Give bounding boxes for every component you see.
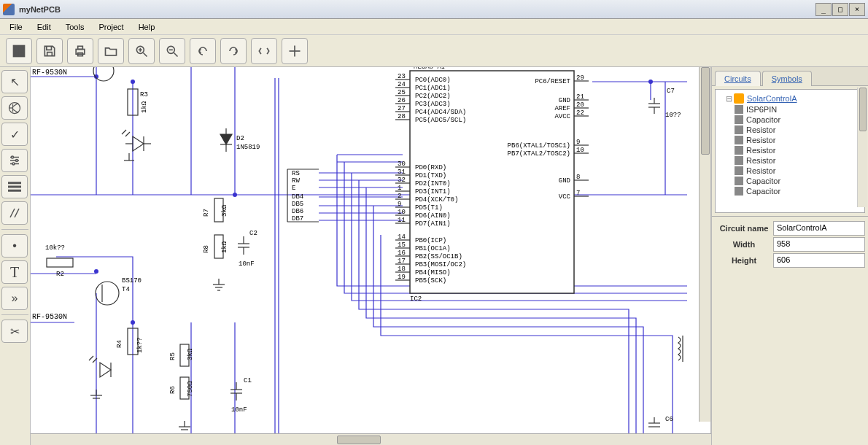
svg-line-20 bbox=[13, 109, 19, 113]
menu-project[interactable]: Project bbox=[93, 21, 128, 33]
tree-scrollbar[interactable] bbox=[857, 88, 867, 207]
prop-height-val[interactable]: 606 bbox=[773, 253, 865, 268]
undo-button[interactable] bbox=[190, 38, 216, 64]
bs170: BS170 bbox=[122, 277, 142, 285]
svg-text:26: 26 bbox=[398, 97, 406, 104]
r3-val: 1kΩ bbox=[141, 101, 148, 113]
prop-width-val[interactable]: 958 bbox=[773, 237, 865, 252]
maximize-button[interactable]: □ bbox=[832, 3, 848, 16]
tree-item-label: ISP6PIN bbox=[746, 105, 777, 114]
svg-rect-27 bbox=[8, 182, 21, 184]
svg-text:AVCC: AVCC bbox=[554, 113, 570, 120]
svg-text:PB3(MOSI/OC2): PB3(MOSI/OC2) bbox=[415, 261, 466, 268]
cut-tool[interactable]: ✂ bbox=[1, 320, 28, 343]
comp-icon bbox=[735, 177, 743, 185]
scissors-icon bbox=[734, 93, 744, 104]
svg-text:28: 28 bbox=[398, 113, 406, 120]
tree-item[interactable]: Resistor bbox=[720, 135, 863, 145]
svg-text:9: 9 bbox=[576, 139, 580, 146]
print-button[interactable] bbox=[67, 38, 93, 64]
svg-marker-44 bbox=[220, 134, 232, 144]
svg-rect-29 bbox=[8, 190, 21, 192]
svg-point-22 bbox=[12, 156, 14, 158]
arrow-tool[interactable]: » bbox=[1, 287, 28, 310]
wire-tool[interactable] bbox=[1, 201, 28, 225]
tab-circuits[interactable]: Circuits bbox=[715, 71, 761, 86]
tree-item[interactable]: Resistor bbox=[720, 166, 863, 176]
tree-item[interactable]: Resistor bbox=[720, 155, 863, 166]
r7-ref: R7 bbox=[203, 209, 210, 217]
zoom-out-button[interactable] bbox=[159, 38, 185, 64]
svg-text:PB5(SCK): PB5(SCK) bbox=[415, 277, 446, 285]
tree[interactable]: ⊟ SolarControlA ISP6PINCapacitorResistor… bbox=[715, 89, 865, 213]
svg-text:14: 14 bbox=[398, 233, 406, 241]
prop-name-val[interactable]: SolarControlA bbox=[773, 221, 865, 236]
svg-point-59 bbox=[96, 282, 119, 305]
svg-text:PB1(OC1A): PB1(OC1A) bbox=[415, 245, 451, 252]
redo-button[interactable] bbox=[220, 38, 247, 64]
main-area: ↖ ✓ • T » ✂ bbox=[0, 67, 868, 445]
r6-ref: R6 bbox=[169, 386, 177, 394]
comp-icon bbox=[735, 146, 743, 155]
check-tool[interactable]: ✓ bbox=[1, 123, 28, 146]
tab-symbols[interactable]: Symbols bbox=[762, 71, 812, 86]
svg-text:GND: GND bbox=[559, 177, 570, 185]
open-button[interactable] bbox=[98, 38, 124, 64]
comp-icon bbox=[735, 166, 743, 175]
menu-help[interactable]: Help bbox=[133, 21, 160, 33]
c7-ref: C7 bbox=[667, 88, 675, 95]
svg-text:PB6(XTAL1/TOSC1): PB6(XTAL1/TOSC1) bbox=[508, 142, 570, 150]
svg-text:PD1(TXD): PD1(TXD) bbox=[415, 172, 446, 179]
zoom-in-button[interactable] bbox=[128, 38, 155, 64]
svg-line-12 bbox=[174, 53, 178, 56]
tree-item[interactable]: Capacitor bbox=[720, 176, 863, 186]
tree-item[interactable]: Resistor bbox=[720, 125, 863, 135]
save-button[interactable] bbox=[36, 38, 63, 64]
svg-marker-62 bbox=[100, 363, 111, 377]
svg-text:31: 31 bbox=[398, 169, 406, 176]
close-button[interactable]: × bbox=[849, 3, 865, 16]
tree-item[interactable]: ISP6PIN bbox=[720, 104, 863, 115]
svg-text:PD7(AIN1): PD7(AIN1) bbox=[415, 220, 451, 228]
svg-rect-58 bbox=[47, 258, 73, 267]
r3-ref: R3 bbox=[140, 91, 148, 98]
schematic-canvas[interactable]: RF-9530N R3 1kΩ bbox=[31, 67, 711, 433]
tree-item[interactable]: Resistor bbox=[720, 145, 863, 155]
coords-button[interactable] bbox=[251, 38, 277, 64]
svg-text:16: 16 bbox=[398, 249, 406, 257]
point-tool[interactable]: • bbox=[1, 234, 28, 258]
text-tool[interactable]: T bbox=[1, 260, 28, 284]
tree-root[interactable]: ⊟ SolarControlA bbox=[720, 93, 863, 104]
origin-button[interactable] bbox=[282, 38, 308, 64]
cursor-tool[interactable]: ↖ bbox=[1, 70, 28, 93]
menu-tools[interactable]: Tools bbox=[61, 21, 90, 33]
minimize-button[interactable]: _ bbox=[815, 3, 832, 16]
transistor-tool[interactable] bbox=[1, 96, 28, 120]
svg-text:17: 17 bbox=[398, 258, 406, 265]
tree-item-label: Resistor bbox=[746, 146, 775, 155]
c1-ref: C1 bbox=[244, 377, 252, 384]
r2-val: 10k?? bbox=[45, 244, 65, 252]
svg-point-32 bbox=[94, 269, 98, 274]
menu-file[interactable]: File bbox=[4, 21, 28, 33]
lcd-db4: DB4 bbox=[292, 193, 303, 201]
bars-tool[interactable] bbox=[1, 175, 28, 198]
menu-edit[interactable]: Edit bbox=[32, 21, 56, 33]
grid-button[interactable] bbox=[6, 38, 32, 64]
svg-text:27: 27 bbox=[398, 105, 406, 112]
tree-item-label: Resistor bbox=[746, 166, 775, 175]
c6-ref: C6 bbox=[665, 416, 673, 423]
svg-text:29: 29 bbox=[576, 74, 584, 82]
comp-icon bbox=[735, 187, 743, 196]
tree-item[interactable]: Capacitor bbox=[720, 186, 863, 196]
svg-rect-3 bbox=[20, 51, 25, 56]
svg-text:21: 21 bbox=[576, 93, 584, 101]
tree-item-label: Resistor bbox=[746, 125, 775, 134]
svg-text:PC1(ADC1): PC1(ADC1) bbox=[415, 85, 451, 92]
svg-point-24 bbox=[16, 160, 18, 162]
tree-item[interactable]: Capacitor bbox=[720, 115, 863, 125]
horizontal-scrollbar[interactable] bbox=[31, 433, 711, 445]
svg-text:PC5(ADC5/SCL): PC5(ADC5/SCL) bbox=[415, 117, 466, 124]
svg-text:PD5(T1): PD5(T1) bbox=[415, 204, 443, 212]
settings-tool[interactable] bbox=[1, 149, 28, 172]
